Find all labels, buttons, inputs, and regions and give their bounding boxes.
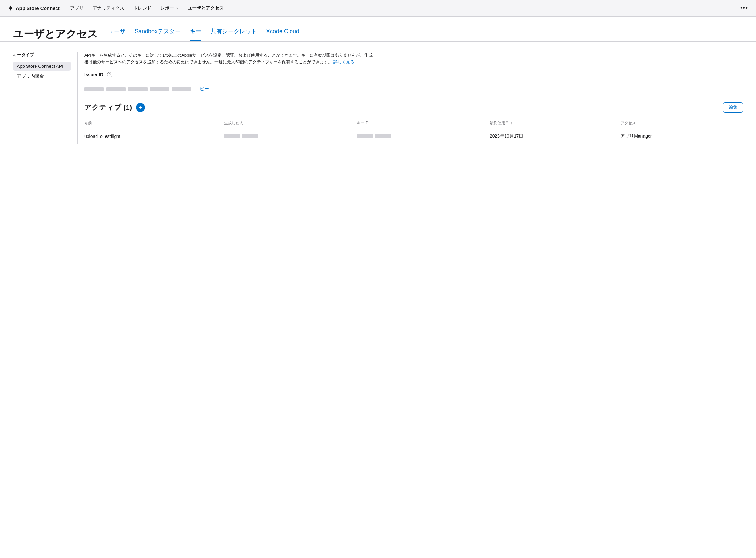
page-tabs: ユーザ Sandboxテスター キー 共有シークレット Xcode Cloud bbox=[108, 27, 299, 41]
cell-access: アプリManager bbox=[620, 128, 743, 144]
issuer-id-row: Issuer ID ? bbox=[84, 72, 743, 77]
col-created-by: 生成した人 bbox=[224, 118, 357, 129]
cell-key-id bbox=[357, 128, 490, 144]
active-section-left: アクティブ (1) + bbox=[84, 103, 145, 112]
edit-button[interactable]: 編集 bbox=[723, 102, 743, 113]
tab-users[interactable]: ユーザ bbox=[108, 27, 126, 41]
col-access: アクセス bbox=[620, 118, 743, 129]
page-header-top: ユーザとアクセス ユーザ Sandboxテスター キー 共有シークレット Xco… bbox=[13, 27, 743, 41]
sidebar-title: キータイプ bbox=[13, 52, 71, 58]
topnav-link-trends[interactable]: トレンド bbox=[133, 4, 151, 12]
active-title: アクティブ (1) bbox=[84, 103, 132, 112]
issuer-id-redacted-4 bbox=[150, 87, 170, 92]
sort-arrow-icon: ↑ bbox=[511, 121, 512, 125]
app-logo[interactable]: ✦ App Store Connect bbox=[8, 4, 60, 12]
key-id-redacted bbox=[357, 134, 391, 138]
table-header: 名前 生成した人 キーID 最終使用日 ↑ アクセス bbox=[84, 118, 743, 129]
issuer-id-redacted-5 bbox=[172, 87, 191, 92]
tab-xcode-cloud[interactable]: Xcode Cloud bbox=[266, 28, 299, 41]
col-name: 名前 bbox=[84, 118, 224, 129]
issuer-id-value bbox=[84, 87, 191, 92]
created-by-redacted bbox=[224, 134, 258, 138]
cell-last-used: 2023年10月17日 bbox=[490, 128, 620, 144]
table-header-row: 名前 生成した人 キーID 最終使用日 ↑ アクセス bbox=[84, 118, 743, 129]
col-key-id: キーID bbox=[357, 118, 490, 129]
description-text: APIキーを生成すると、そのキーに対して1つ以上のAppleサービスを設定、認証… bbox=[84, 52, 375, 66]
add-key-button[interactable]: + bbox=[136, 103, 145, 112]
redacted-block-1 bbox=[224, 134, 240, 138]
redacted-block-3 bbox=[357, 134, 373, 138]
topnav-link-reports[interactable]: レポート bbox=[160, 4, 179, 12]
sidebar: キータイプ App Store Connect API アプリ内課金 bbox=[13, 52, 77, 144]
cell-name: uploadToTestflight bbox=[84, 128, 224, 144]
tab-keys[interactable]: キー bbox=[190, 27, 202, 41]
copy-button[interactable]: コピー bbox=[195, 86, 209, 92]
app-logo-icon: ✦ bbox=[8, 4, 13, 12]
issuer-id-container: コピー bbox=[84, 86, 743, 92]
keys-table: 名前 生成した人 キーID 最終使用日 ↑ アクセス uploadToTestf… bbox=[84, 118, 743, 144]
sidebar-item-app-store[interactable]: App Store Connect API bbox=[13, 62, 71, 71]
learn-more-link[interactable]: 詳しく見る bbox=[334, 59, 355, 64]
table-body: uploadToTestflight 2023年10月17日 bbox=[84, 128, 743, 144]
table-row: uploadToTestflight 2023年10月17日 bbox=[84, 128, 743, 144]
page-header: ユーザとアクセス ユーザ Sandboxテスター キー 共有シークレット Xco… bbox=[0, 17, 756, 42]
cell-created-by bbox=[224, 128, 357, 144]
topnav-more-button[interactable]: ••• bbox=[740, 5, 748, 11]
topnav-link-analytics[interactable]: アナリティクス bbox=[93, 4, 124, 12]
topnav-links: アプリ アナリティクス トレンド レポート ユーザとアクセス bbox=[70, 4, 730, 12]
issuer-id-redacted-3 bbox=[128, 87, 148, 92]
active-section-header: アクティブ (1) + 編集 bbox=[84, 102, 743, 113]
issuer-id-label: Issuer ID bbox=[84, 72, 103, 77]
topnav-link-apps[interactable]: アプリ bbox=[70, 4, 84, 12]
topnav-link-users[interactable]: ユーザとアクセス bbox=[187, 4, 224, 12]
tab-shared-secret[interactable]: 共有シークレット bbox=[210, 27, 257, 41]
sidebar-item-in-app[interactable]: アプリ内課金 bbox=[13, 71, 71, 81]
redacted-block-2 bbox=[242, 134, 258, 138]
page-title: ユーザとアクセス bbox=[13, 27, 98, 41]
tab-sandbox[interactable]: Sandboxテスター bbox=[135, 27, 181, 41]
issuer-id-redacted-2 bbox=[106, 87, 126, 92]
col-last-used[interactable]: 最終使用日 ↑ bbox=[490, 118, 620, 129]
main-content: キータイプ App Store Connect API アプリ内課金 APIキー… bbox=[0, 42, 756, 154]
content-area: APIキーを生成すると、そのキーに対して1つ以上のAppleサービスを設定、認証… bbox=[77, 52, 743, 144]
app-logo-text: App Store Connect bbox=[16, 5, 60, 11]
issuer-id-redacted-1 bbox=[84, 87, 104, 92]
redacted-block-4 bbox=[375, 134, 391, 138]
issuer-help-icon[interactable]: ? bbox=[107, 72, 112, 77]
top-navigation: ✦ App Store Connect アプリ アナリティクス トレンド レポー… bbox=[0, 0, 756, 17]
